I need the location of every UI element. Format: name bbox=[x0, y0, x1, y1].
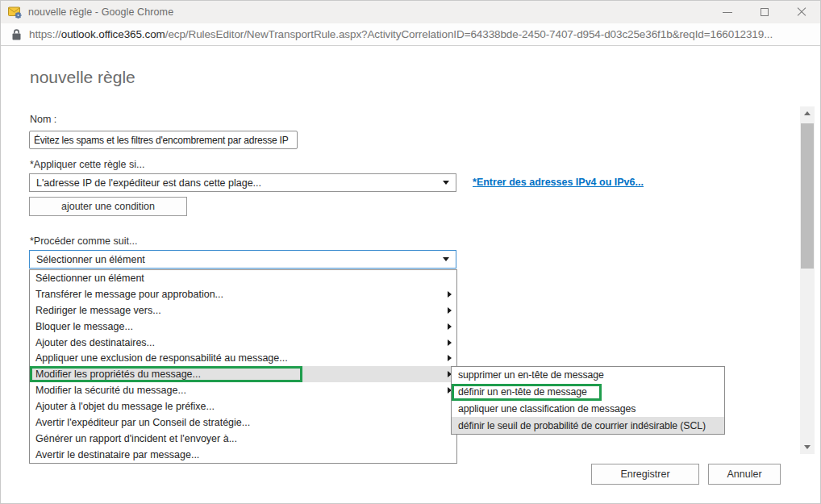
menu-item-label: Transférer le message pour approbation..… bbox=[35, 289, 223, 300]
scroll-down-icon bbox=[804, 445, 811, 449]
scrollbar-thumb[interactable] bbox=[801, 123, 814, 269]
menu-item-label: Générer un rapport d'incident et l'envoy… bbox=[35, 433, 237, 444]
submenu-arrow-icon bbox=[448, 323, 452, 330]
menu-item-label: Ajouter à l'objet du message le préfixe.… bbox=[35, 401, 215, 412]
submenu-item-definir-en-tete[interactable]: définir un en-tête de message bbox=[452, 384, 724, 401]
submenu-item-label: appliquer une classification de messages bbox=[458, 403, 636, 414]
add-condition-button[interactable]: ajouter une condition bbox=[29, 197, 187, 216]
rule-name-input[interactable] bbox=[29, 131, 298, 149]
minimize-icon bbox=[723, 12, 732, 13]
menu-item-label: Bloquer le message... bbox=[35, 321, 133, 332]
mail-rule-favicon-icon bbox=[8, 6, 22, 19]
url-text: https://outlook.office365.com/ecp/RulesE… bbox=[29, 28, 773, 40]
vertical-scrollbar[interactable] bbox=[800, 106, 815, 454]
submenu-arrow-icon bbox=[448, 355, 452, 361]
submenu-arrow-icon bbox=[448, 339, 452, 346]
menu-item-label: Appliquer une exclusion de responsabilit… bbox=[35, 352, 288, 364]
action-label: *Procéder comme suit... bbox=[30, 235, 137, 247]
menu-item-label: Avertir l'expéditeur par un Conseil de s… bbox=[35, 417, 250, 428]
condition-label: *Appliquer cette règle si... bbox=[30, 159, 144, 170]
scroll-up-icon bbox=[804, 111, 811, 115]
chevron-down-icon bbox=[443, 257, 449, 261]
window-controls bbox=[709, 1, 820, 23]
action-dropdown[interactable]: Sélectionner un élément bbox=[29, 250, 456, 269]
submenu-item-supprimer-en-tete[interactable]: supprimer un en-tête de message bbox=[452, 367, 724, 384]
menu-item-label: Avertir le destinataire par message... bbox=[35, 449, 199, 460]
condition-dropdown-value: L'adresse IP de l'expéditeur est dans ce… bbox=[36, 177, 261, 189]
browser-window: nouvelle règle - Google Chrome https://o… bbox=[0, 0, 821, 504]
scroll-up-button[interactable] bbox=[800, 106, 815, 120]
link-text: Entrer des adresses IPv4 ou IPv6... bbox=[477, 177, 644, 188]
save-button[interactable]: Enregistrer bbox=[591, 464, 699, 485]
close-button[interactable] bbox=[783, 1, 820, 23]
submenu-item-label: définir le seuil de probabilité de courr… bbox=[458, 420, 706, 431]
menu-item-rediriger-le-message[interactable]: Rediriger le message vers... bbox=[30, 302, 456, 319]
url-path: /ecp/RulesEditor/NewTransportRule.aspx?A… bbox=[165, 28, 773, 40]
page-title: nouvelle règle bbox=[30, 68, 135, 87]
submenu-item-label: définir un en-tête de message bbox=[458, 386, 587, 398]
maximize-icon bbox=[761, 8, 769, 16]
menu-item-label: Sélectionner un élément bbox=[35, 273, 144, 284]
message-properties-submenu: supprimer un en-tête de message définir … bbox=[451, 366, 725, 435]
menu-item-bloquer-le-message[interactable]: Bloquer le message... bbox=[30, 319, 456, 335]
menu-item-ajouter-prefixe-objet[interactable]: Ajouter à l'objet du message le préfixe.… bbox=[30, 398, 456, 414]
scroll-down-button[interactable] bbox=[800, 440, 815, 454]
menu-item-ajouter-des-destinataires[interactable]: Ajouter des destinataires... bbox=[30, 335, 456, 351]
cancel-button[interactable]: Annuler bbox=[708, 464, 781, 485]
name-label: Nom : bbox=[30, 114, 56, 125]
close-icon bbox=[797, 7, 806, 17]
menu-item-generer-rapport-incident[interactable]: Générer un rapport d'incident et l'envoy… bbox=[30, 431, 456, 447]
maximize-button[interactable] bbox=[746, 1, 783, 23]
menu-item-modifier-les-proprietes[interactable]: Modifier les propriétés du message... bbox=[30, 366, 456, 382]
menu-item-avertir-destinataire[interactable]: Avertir le destinataire par message... bbox=[30, 447, 456, 463]
window-title: nouvelle règle - Google Chrome bbox=[28, 6, 173, 18]
chevron-down-icon bbox=[443, 181, 449, 185]
condition-dropdown[interactable]: L'adresse IP de l'expéditeur est dans ce… bbox=[29, 173, 456, 192]
menu-item-label: Ajouter des destinataires... bbox=[35, 337, 155, 348]
menu-item-label: Rediriger le message vers... bbox=[35, 305, 161, 316]
menu-item-modifier-la-securite[interactable]: Modifier la sécurité du message... bbox=[30, 382, 456, 398]
enter-ip-addresses-link[interactable]: *Entrer des adresses IPv4 ou IPv6... bbox=[473, 177, 644, 188]
menu-item-transferer-pour-approbation[interactable]: Transférer le message pour approbation..… bbox=[30, 286, 456, 302]
menu-item-label: Modifier les propriétés du message... bbox=[35, 369, 201, 380]
url-scheme: https:// bbox=[29, 28, 61, 40]
menu-item-appliquer-une-exclusion[interactable]: Appliquer une exclusion de responsabilit… bbox=[30, 350, 456, 366]
submenu-arrow-icon bbox=[448, 291, 452, 298]
url-bar[interactable]: https://outlook.office365.com/ecp/RulesE… bbox=[1, 23, 820, 46]
submenu-item-label: supprimer un en-tête de message bbox=[458, 369, 604, 381]
menu-item-label: Modifier la sécurité du message... bbox=[35, 385, 186, 396]
submenu-arrow-icon bbox=[448, 307, 452, 314]
window-titlebar: nouvelle règle - Google Chrome bbox=[1, 1, 820, 23]
submenu-item-definir-seuil-scl[interactable]: définir le seuil de probabilité de courr… bbox=[452, 417, 724, 434]
submenu-item-appliquer-classification[interactable]: appliquer une classification de messages bbox=[452, 401, 724, 418]
url-domain: outlook.office365.com bbox=[61, 28, 165, 40]
minimize-button[interactable] bbox=[709, 1, 746, 23]
action-dropdown-value: Sélectionner un élément bbox=[36, 254, 145, 265]
menu-item-avertir-expediteur-conseil[interactable]: Avertir l'expéditeur par un Conseil de s… bbox=[30, 414, 456, 431]
lock-icon[interactable] bbox=[12, 29, 21, 40]
menu-item-selectionner-un-element[interactable]: Sélectionner un élément bbox=[30, 270, 456, 286]
action-menu: Sélectionner un élément Transférer le me… bbox=[29, 269, 457, 464]
